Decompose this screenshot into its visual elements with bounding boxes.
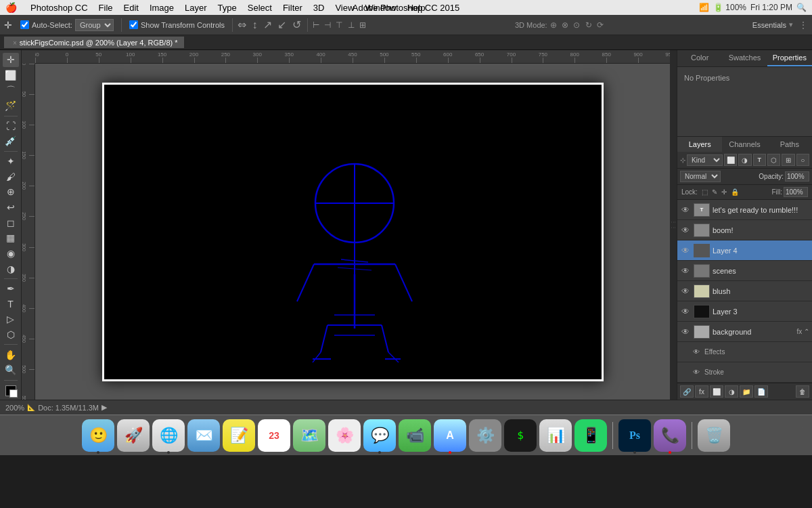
- dock-maps[interactable]: 🗺️: [293, 419, 325, 452]
- tab-channels[interactable]: Channels: [722, 137, 767, 152]
- menu-file[interactable]: File: [93, 1, 118, 14]
- layer-visibility-blush[interactable]: 👁: [680, 286, 691, 297]
- menu-image[interactable]: Image: [144, 1, 179, 14]
- new-layer-button[interactable]: 📄: [754, 385, 768, 398]
- tab-close-icon[interactable]: ×: [13, 39, 17, 47]
- layer-item-boom[interactable]: 👁 boom!: [677, 220, 812, 240]
- blur-tool[interactable]: ◉: [3, 247, 19, 261]
- tab-layers[interactable]: Layers: [677, 137, 722, 152]
- dock-facetime[interactable]: 📹: [399, 419, 431, 452]
- layer-visibility-text[interactable]: 👁: [680, 205, 691, 215]
- dock-sysprefs[interactable]: ⚙️: [469, 419, 501, 452]
- tab-swatches[interactable]: Swatches: [722, 50, 767, 66]
- foreground-color[interactable]: [3, 383, 19, 397]
- layer-visibility-3[interactable]: 👁: [680, 306, 691, 317]
- dock-activity[interactable]: 📊: [539, 419, 572, 452]
- menu-select[interactable]: Select: [242, 1, 277, 14]
- layer-item-scenes[interactable]: 👁 scenes: [677, 261, 812, 281]
- layer-item-background[interactable]: 👁 background fx ⌃: [677, 322, 812, 342]
- show-transform-checkbox[interactable]: [129, 20, 138, 29]
- menu-layer[interactable]: Layer: [179, 1, 212, 14]
- lock-transparent-icon[interactable]: ⬚: [702, 188, 708, 196]
- tab-paths[interactable]: Paths: [767, 137, 812, 152]
- dock-mail[interactable]: ✉️: [187, 419, 220, 452]
- dock-launchpad[interactable]: 🚀: [117, 419, 150, 452]
- eraser-tool[interactable]: ◻: [3, 215, 19, 230]
- layer-visibility-4[interactable]: 👁: [680, 245, 691, 256]
- filter-kind-dropdown[interactable]: Kind Name Effect: [687, 154, 723, 166]
- filter-toggle[interactable]: ○: [796, 154, 809, 166]
- fill-input[interactable]: [784, 187, 808, 197]
- layer-item-text[interactable]: 👁 T let's get ready to rumble!!!: [677, 200, 812, 220]
- new-adjustment-button[interactable]: ◑: [725, 385, 738, 398]
- layer-visibility-stroke[interactable]: 👁: [691, 367, 702, 378]
- dock-terminal[interactable]: $: [504, 419, 537, 452]
- quick-select-tool[interactable]: 🪄: [3, 99, 19, 113]
- lock-position-icon[interactable]: ✛: [721, 188, 727, 196]
- zoom-tool[interactable]: 🔍: [3, 363, 19, 377]
- delete-layer-button[interactable]: 🗑: [796, 385, 809, 398]
- shape-tool[interactable]: ⬡: [3, 328, 19, 342]
- move-tool[interactable]: ✛: [3, 53, 19, 67]
- new-group-button[interactable]: 📁: [740, 385, 753, 398]
- dock-photos[interactable]: 🌸: [328, 419, 361, 452]
- dock-messages[interactable]: 💬: [363, 419, 396, 452]
- layer-item-3[interactable]: 👁 Layer 3: [677, 301, 812, 322]
- tab-color[interactable]: Color: [677, 50, 722, 66]
- layer-item-effects[interactable]: 👁 Effects: [677, 342, 812, 362]
- menu-edit[interactable]: Edit: [118, 1, 144, 14]
- clone-tool[interactable]: ⊕: [3, 185, 19, 199]
- gradient-tool[interactable]: ▦: [3, 231, 19, 245]
- text-tool[interactable]: T: [3, 297, 19, 311]
- active-tab[interactable]: × stickFigsComic.psd @ 200% (Layer 4, RG…: [4, 37, 184, 48]
- filter-smart-icon[interactable]: ⊞: [782, 154, 794, 166]
- auto-select-dropdown[interactable]: Group Layer: [75, 19, 114, 31]
- dock-finder[interactable]: 🙂: [82, 419, 114, 452]
- dock-appstore[interactable]: A: [434, 419, 466, 452]
- search-icon[interactable]: 🔍: [796, 3, 807, 12]
- canvas-viewport[interactable]: [35, 64, 670, 400]
- filter-shape-icon[interactable]: ⬡: [767, 154, 780, 166]
- opacity-input[interactable]: [785, 171, 809, 182]
- filter-pixel-icon[interactable]: ⬜: [724, 154, 737, 166]
- panel-grip[interactable]: ⋮⋮: [670, 50, 677, 400]
- menu-photoshop[interactable]: Photoshop CC: [25, 1, 93, 14]
- hand-tool[interactable]: ✋: [3, 347, 19, 362]
- dodge-tool[interactable]: ◑: [3, 261, 19, 276]
- path-select-tool[interactable]: ▷: [3, 312, 19, 326]
- select-tool[interactable]: ⬜: [3, 68, 19, 83]
- dock-viber[interactable]: 📞: [654, 419, 686, 452]
- layer-visibility-effects[interactable]: 👁: [691, 347, 702, 358]
- history-brush[interactable]: ↩: [3, 200, 19, 215]
- blend-mode-dropdown[interactable]: Normal Multiply Screen: [680, 171, 721, 182]
- brush-tool[interactable]: 🖌: [3, 169, 19, 184]
- menu-filter[interactable]: Filter: [277, 1, 308, 14]
- filter-adjust-icon[interactable]: ◑: [738, 154, 751, 166]
- layer-item-blush[interactable]: 👁 blush: [677, 281, 812, 301]
- menu-3d[interactable]: 3D: [308, 1, 330, 14]
- dock-whatsapp[interactable]: 📱: [574, 419, 607, 452]
- dock-chrome[interactable]: 🌐: [152, 419, 185, 452]
- layer-visibility-boom[interactable]: 👁: [680, 225, 691, 236]
- lasso-tool[interactable]: ⌒: [3, 83, 19, 98]
- healing-tool[interactable]: ✦: [3, 154, 19, 169]
- canvas-inner[interactable]: [104, 85, 602, 379]
- apple-menu[interactable]: 🍎: [5, 2, 17, 13]
- dock-calendar[interactable]: 23: [258, 419, 290, 452]
- auto-select-checkbox[interactable]: [20, 20, 29, 29]
- crop-tool[interactable]: ⛶: [3, 119, 19, 133]
- dock-notes[interactable]: 📝: [223, 419, 255, 452]
- pen-tool[interactable]: ✒: [3, 282, 19, 296]
- dock-trash[interactable]: 🗑️: [698, 419, 730, 452]
- link-layers-button[interactable]: 🔗: [680, 385, 694, 398]
- layer-item-stroke[interactable]: 👁 Stroke: [677, 362, 812, 383]
- lock-all-icon[interactable]: 🔒: [731, 188, 739, 196]
- tab-properties[interactable]: Properties: [767, 50, 812, 66]
- filter-text-icon[interactable]: T: [753, 154, 766, 166]
- add-style-button[interactable]: fx: [695, 385, 708, 398]
- layers-list[interactable]: 👁 T let's get ready to rumble!!! 👁 boom!…: [677, 200, 812, 383]
- layer-visibility-background[interactable]: 👁: [680, 326, 691, 337]
- layer-item-4[interactable]: 👁 Layer 4: [677, 240, 812, 261]
- expand-icon[interactable]: ⋮: [798, 20, 808, 30]
- eyedropper-tool[interactable]: 💉: [3, 134, 19, 148]
